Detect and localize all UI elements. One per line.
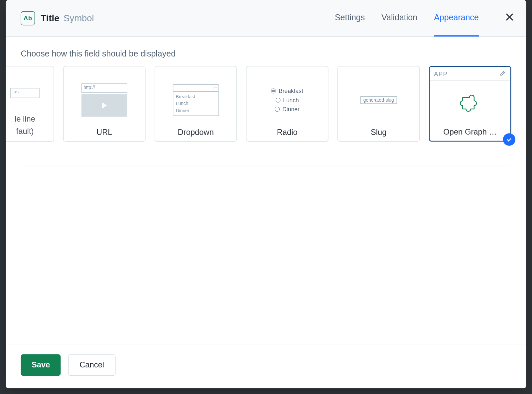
preview-slug: generated-slug — [342, 72, 415, 128]
preview-option: Breakfast — [176, 93, 216, 100]
save-button[interactable]: Save — [21, 354, 61, 376]
preview-option: Dinner — [282, 106, 300, 113]
preview-single-line: fast — [6, 72, 50, 114]
preview-radio: Breakfast Lunch Dinner — [251, 72, 324, 128]
option-label: Radio — [277, 128, 298, 137]
play-icon — [81, 94, 127, 117]
field-type-icon: Ab — [21, 11, 35, 25]
cancel-button[interactable]: Cancel — [68, 354, 115, 376]
option-label-part2: fault) — [16, 127, 34, 135]
option-label: le line fault) — [15, 113, 35, 137]
tab-validation[interactable]: Validation — [381, 0, 417, 36]
option-label: Open Graph … — [443, 128, 497, 137]
radio-dot-icon — [276, 98, 281, 103]
preview-option: Lunch — [283, 97, 299, 103]
preview-option: Lunch — [176, 100, 216, 107]
preview-text-input: fast — [10, 88, 40, 98]
modal-footer: Save Cancel — [6, 344, 526, 388]
section-label: Choose how this field should be displaye… — [21, 49, 511, 59]
option-radio[interactable]: Breakfast Lunch Dinner Radio — [246, 66, 329, 142]
field-type-label: Symbol — [64, 13, 94, 24]
option-dropdown[interactable]: Breakfast Lunch Dinner Dropdown — [155, 66, 237, 142]
radio-dot-icon — [271, 88, 276, 93]
preview-option: Dinner — [176, 107, 216, 114]
option-url[interactable]: http:// URL — [63, 66, 146, 142]
preview-dropdown: Breakfast Lunch Dinner — [159, 72, 232, 128]
option-open-graph[interactable]: APP Open Graph … — [429, 66, 511, 142]
tab-settings[interactable]: Settings — [335, 0, 365, 36]
selected-check-icon — [503, 133, 516, 146]
option-label: Dropdown — [178, 128, 214, 137]
app-badge-header: APP — [430, 67, 511, 81]
divider — [21, 165, 511, 165]
field-editor-modal: Ab Title Symbol Settings Validation Appe… — [6, 0, 526, 388]
tab-appearance[interactable]: Appearance — [434, 0, 479, 36]
option-slug[interactable]: generated-slug Slug — [337, 66, 420, 142]
modal-body: Choose how this field should be displaye… — [6, 37, 526, 344]
preview-options: Breakfast Lunch Dinner — [173, 92, 219, 116]
tabs: Settings Validation Appearance — [335, 0, 516, 36]
preview-url: http:// — [68, 72, 141, 128]
preview-option: Breakfast — [279, 88, 303, 94]
option-single-line[interactable]: fast le line fault) — [6, 66, 54, 142]
edit-icon[interactable] — [500, 70, 506, 78]
option-label: Slug — [371, 128, 387, 137]
preview-select — [173, 84, 219, 92]
option-label-part1: le line — [15, 115, 35, 123]
close-icon — [505, 13, 514, 21]
close-button[interactable] — [503, 13, 516, 24]
app-badge: APP — [434, 70, 448, 77]
puzzle-icon — [459, 93, 481, 115]
preview-url-bar: http:// — [81, 83, 127, 93]
preview-slug-text: generated-slug — [360, 96, 397, 104]
option-label: URL — [96, 128, 112, 137]
radio-dot-icon — [275, 107, 280, 112]
appearance-options: fast le line fault) http:// URL — [6, 66, 511, 142]
modal-header: Ab Title Symbol Settings Validation Appe… — [6, 0, 526, 37]
field-title: Title — [41, 13, 60, 24]
preview-app — [434, 81, 506, 128]
